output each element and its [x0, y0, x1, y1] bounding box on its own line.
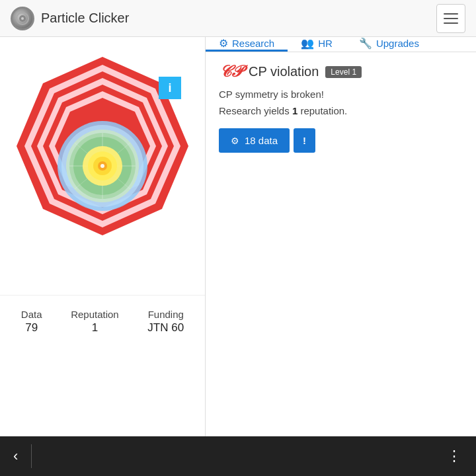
- exclaim-label: !: [303, 135, 306, 146]
- tab-upgrades[interactable]: 🔧 Upgrades: [346, 37, 432, 52]
- stat-reputation-label: Reputation: [71, 309, 119, 320]
- action-row: ⚙ 18 data !: [219, 128, 463, 153]
- main-content: i: [0, 37, 476, 436]
- stats-row: Data 79 Reputation 1 Funding JTN 60: [0, 295, 205, 341]
- exclaim-button[interactable]: !: [294, 128, 315, 153]
- upgrades-tab-icon: 🔧: [359, 37, 372, 50]
- yield-unit: reputation.: [298, 105, 347, 116]
- svg-point-23: [100, 164, 104, 168]
- left-panel: i: [0, 37, 205, 436]
- bottom-navigation-bar: ‹ ⋮: [0, 436, 476, 476]
- tab-research-label: Research: [232, 38, 274, 49]
- stat-funding-label: Funding: [147, 309, 184, 320]
- research-name: CP violation: [249, 64, 319, 79]
- info-button[interactable]: i: [159, 77, 181, 99]
- tab-research[interactable]: ⚙ Research: [206, 37, 288, 52]
- hr-tab-icon: 👥: [301, 37, 314, 50]
- yield-value: 1: [292, 105, 298, 116]
- research-item: 𝒞𝒫 CP violation Level 1 CP symmetry is b…: [219, 63, 463, 153]
- tab-bar: ⚙ Research 👥 HR 🔧 Upgrades: [206, 37, 476, 52]
- hamburger-line-3: [444, 22, 458, 24]
- level-badge: Level 1: [325, 66, 362, 78]
- stat-data-label: Data: [21, 309, 42, 320]
- tab-hr-label: HR: [318, 38, 333, 49]
- tab-hr[interactable]: 👥 HR: [288, 37, 346, 52]
- research-tab-icon: ⚙: [219, 37, 228, 50]
- app-title: Particle Clicker: [41, 11, 129, 26]
- hamburger-line-1: [444, 13, 458, 15]
- bottom-divider: [31, 444, 32, 468]
- data-button-label: 18 data: [245, 135, 278, 146]
- gear-icon: ⚙: [231, 136, 239, 146]
- back-button[interactable]: ‹: [13, 448, 18, 465]
- tab-upgrades-label: Upgrades: [376, 38, 419, 49]
- app-logo: [11, 7, 34, 30]
- stat-data-value: 79: [21, 321, 42, 335]
- stat-funding-value: JTN 60: [147, 321, 184, 335]
- research-description: CP symmetry is broken!: [219, 89, 463, 100]
- research-title-row: 𝒞𝒫 CP violation Level 1: [219, 63, 463, 81]
- stat-reputation: Reputation 1: [71, 309, 119, 335]
- research-yield: Research yields 1 reputation.: [219, 105, 463, 116]
- cp-violation-icon: 𝒞𝒫: [219, 63, 242, 81]
- header-left: Particle Clicker: [11, 7, 129, 30]
- hamburger-line-2: [444, 18, 458, 19]
- svg-point-2: [21, 17, 24, 20]
- stat-funding: Funding JTN 60: [147, 309, 184, 335]
- stat-reputation-value: 1: [71, 321, 119, 335]
- yield-text: Research yields: [219, 105, 292, 116]
- stat-data: Data 79: [21, 309, 42, 335]
- right-panel: ⚙ Research 👥 HR 🔧 Upgrades 𝒞𝒫 CP violati…: [205, 37, 476, 436]
- data-button[interactable]: ⚙ 18 data: [219, 128, 290, 153]
- hamburger-button[interactable]: [436, 4, 465, 33]
- more-options-button[interactable]: ⋮: [447, 448, 463, 465]
- app-header: Particle Clicker: [0, 0, 476, 37]
